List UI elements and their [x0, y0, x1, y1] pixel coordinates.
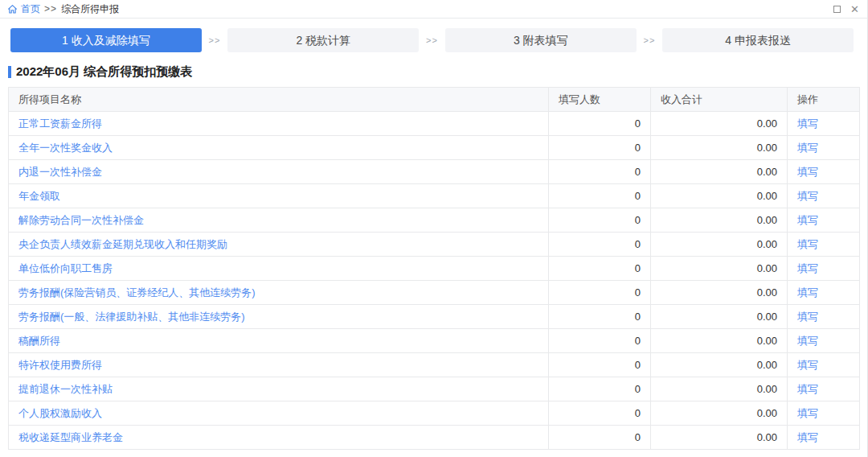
income-items-table: 所得项目名称 填写人数 收入合计 操作 正常工资薪金所得 0 0.00 填写 全…	[8, 87, 860, 450]
fill-count-value: 0	[549, 426, 651, 450]
table-row: 个人股权激励收入 0 0.00 填写	[9, 401, 860, 426]
header-total: 收入合计	[651, 88, 788, 112]
income-total-value: 0.00	[651, 136, 788, 160]
income-item-link[interactable]: 央企负责人绩效薪金延期兑现收入和任期奖励	[18, 238, 227, 250]
fill-count-value: 0	[549, 329, 651, 353]
fill-action-link[interactable]: 填写	[797, 262, 818, 274]
title-accent-bar	[8, 66, 11, 78]
income-total-value: 0.00	[651, 281, 788, 305]
income-total-value: 0.00	[651, 208, 788, 233]
income-total-value: 0.00	[651, 257, 788, 281]
home-icon[interactable]	[7, 4, 18, 14]
fill-action-link[interactable]: 填写	[797, 335, 818, 347]
fill-action-link[interactable]: 填写	[797, 311, 818, 323]
table-header-row: 所得项目名称 填写人数 收入合计 操作	[9, 88, 860, 112]
fill-count-value: 0	[549, 377, 651, 401]
fill-action-link[interactable]: 填写	[797, 214, 818, 226]
income-item-link[interactable]: 内退一次性补偿金	[18, 166, 102, 178]
fill-count-value: 0	[549, 401, 651, 426]
table-row: 特许权使用费所得 0 0.00 填写	[9, 353, 860, 377]
maximize-icon[interactable]	[833, 6, 841, 13]
fill-count-value: 0	[549, 305, 651, 329]
step-separator-icon: >>	[637, 35, 663, 45]
income-item-link[interactable]: 单位低价向职工售房	[18, 262, 113, 274]
fill-action-link[interactable]: 填写	[797, 166, 818, 178]
income-item-link[interactable]: 提前退休一次性补贴	[18, 383, 113, 395]
fill-action-link[interactable]: 填写	[797, 238, 818, 250]
income-item-link[interactable]: 稿酬所得	[18, 335, 60, 347]
income-item-link[interactable]: 特许权使用费所得	[18, 359, 102, 371]
fill-count-value: 0	[549, 184, 651, 208]
fill-action-link[interactable]: 填写	[797, 359, 818, 371]
page-title: 2022年06月 综合所得预扣预缴表	[16, 64, 192, 80]
income-item-link[interactable]: 年金领取	[18, 190, 60, 202]
fill-count-value: 0	[549, 353, 651, 377]
step-button-2[interactable]: 2 税款计算	[227, 28, 419, 52]
table-row: 全年一次性奖金收入 0 0.00 填写	[9, 136, 860, 160]
table-row: 税收递延型商业养老金 0 0.00 填写	[9, 426, 860, 450]
breadcrumb-home[interactable]: 首页	[21, 2, 40, 16]
fill-count-value: 0	[549, 257, 651, 281]
header-action: 操作	[788, 88, 860, 112]
fill-action-link[interactable]: 填写	[797, 286, 818, 298]
fill-count-value: 0	[549, 160, 651, 184]
table-row: 劳务报酬(保险营销员、证券经纪人、其他连续劳务) 0 0.00 填写	[9, 281, 860, 305]
table-row: 内退一次性补偿金 0 0.00 填写	[9, 160, 860, 184]
table-row: 劳务报酬(一般、法律援助补贴、其他非连续劳务) 0 0.00 填写	[9, 305, 860, 329]
income-total-value: 0.00	[651, 160, 788, 184]
breadcrumb-current: 综合所得申报	[61, 2, 119, 16]
income-total-value: 0.00	[651, 184, 788, 208]
fill-count-value: 0	[549, 208, 651, 233]
close-icon[interactable]: ✕	[850, 4, 859, 14]
fill-action-link[interactable]: 填写	[797, 431, 818, 443]
breadcrumb-separator: >>	[44, 3, 57, 14]
income-item-link[interactable]: 个人股权激励收入	[18, 407, 102, 419]
income-item-link[interactable]: 正常工资薪金所得	[18, 117, 102, 130]
breadcrumb-bar: 首页 >> 综合所得申报 ✕	[0, 0, 867, 19]
table-row: 稿酬所得 0 0.00 填写	[9, 329, 860, 353]
section-title: 2022年06月 综合所得预扣预缴表	[8, 64, 867, 80]
step-button-4[interactable]: 4 申报表报送	[662, 28, 854, 52]
income-item-link[interactable]: 劳务报酬(保险营销员、证券经纪人、其他连续劳务)	[18, 286, 256, 298]
step-wizard: 1 收入及减除填写>>2 税款计算>>3 附表填写>>4 申报表报送	[10, 28, 854, 52]
step-separator-icon: >>	[202, 35, 228, 45]
income-item-link[interactable]: 全年一次性奖金收入	[18, 142, 113, 154]
step-button-3[interactable]: 3 附表填写	[445, 28, 637, 52]
table-row: 年金领取 0 0.00 填写	[9, 184, 860, 208]
header-name: 所得项目名称	[9, 88, 549, 112]
fill-count-value: 0	[549, 233, 651, 257]
table-row: 正常工资薪金所得 0 0.00 填写	[9, 112, 860, 136]
step-button-1[interactable]: 1 收入及减除填写	[10, 28, 202, 52]
income-total-value: 0.00	[651, 426, 788, 450]
table-row: 央企负责人绩效薪金延期兑现收入和任期奖励 0 0.00 填写	[9, 233, 860, 257]
income-total-value: 0.00	[651, 401, 788, 426]
fill-count-value: 0	[549, 281, 651, 305]
table-row: 提前退休一次性补贴 0 0.00 填写	[9, 377, 860, 401]
income-total-value: 0.00	[651, 233, 788, 257]
income-total-value: 0.00	[651, 377, 788, 401]
income-total-value: 0.00	[651, 305, 788, 329]
income-total-value: 0.00	[651, 329, 788, 353]
fill-action-link[interactable]: 填写	[797, 383, 818, 395]
income-item-link[interactable]: 解除劳动合同一次性补偿金	[18, 214, 144, 226]
table-row: 解除劳动合同一次性补偿金 0 0.00 填写	[9, 208, 860, 233]
step-separator-icon: >>	[419, 35, 445, 45]
table-row: 单位低价向职工售房 0 0.00 填写	[9, 257, 860, 281]
income-total-value: 0.00	[651, 353, 788, 377]
income-item-link[interactable]: 税收递延型商业养老金	[18, 431, 123, 443]
income-total-value: 0.00	[651, 112, 788, 136]
fill-action-link[interactable]: 填写	[797, 142, 818, 154]
fill-count-value: 0	[549, 112, 651, 136]
fill-count-value: 0	[549, 136, 651, 160]
income-item-link[interactable]: 劳务报酬(一般、法律援助补贴、其他非连续劳务)	[18, 311, 245, 323]
fill-action-link[interactable]: 填写	[797, 190, 818, 202]
fill-action-link[interactable]: 填写	[797, 117, 818, 130]
fill-action-link[interactable]: 填写	[797, 407, 818, 419]
header-count: 填写人数	[549, 88, 651, 112]
